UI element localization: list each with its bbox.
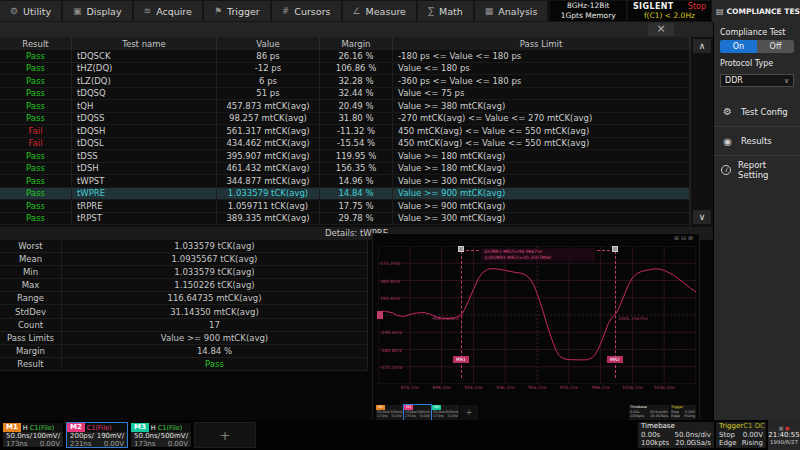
result-row-trpre[interactable]: Pass tRPRE 1.059711 tCK(avg) 17.75 % Val… xyxy=(0,200,690,213)
cell-pass-limit: 450 mtCK(avg) <= Value <= 550 mtCK(avg) xyxy=(393,138,690,150)
channel-tdiv: 200ps/ xyxy=(70,432,94,440)
trigger-box[interactable]: TriggerC1 DC Stop0.00V EdgeRising xyxy=(716,422,766,448)
result-row-twpst[interactable]: Pass tWPST 344.877 mtCK(avg) 14.96 % Val… xyxy=(0,175,690,188)
timebase-delay: 0.00s xyxy=(641,431,660,440)
voltage-label: 190.4mV xyxy=(380,295,400,300)
sidebar-menu: ⚙Test Config ◉Results iReport Setting xyxy=(714,97,800,184)
detail-row-min: Min 1.033579 tCK(avg) xyxy=(0,266,367,279)
menu-item-label: Utility xyxy=(23,6,51,17)
run-state[interactable]: Stop xyxy=(688,2,706,11)
channel-m2-descriptor[interactable]: M2C1(File) 200ps/190mV/ 231ns0.00V xyxy=(66,422,128,448)
scope-mini-statusbar: M1 50.0ns/100mV/ 173ns0.00V M2 200ps/190… xyxy=(376,405,696,420)
detail-value: 14.84 % xyxy=(62,345,367,357)
result-row-tqh[interactable]: Pass tQH 457.873 mtCK(avg) 20.49 % Value… xyxy=(0,100,690,113)
scroll-up-icon[interactable]: ∧ xyxy=(693,39,711,53)
results-rows: Pass tDQSCK 86 ps 26.16 % -180 ps <= Val… xyxy=(0,50,690,225)
menu-item-math[interactable]: ∑ Math xyxy=(418,1,473,21)
result-row-trpst[interactable]: Pass tRPST 389.335 mtCK(avg) 29.78 % Val… xyxy=(0,213,690,226)
result-row-twpre[interactable]: Pass tWPRE 1.033579 tCK(avg) 14.84 % Val… xyxy=(0,188,690,201)
menu-item-acquire[interactable]: ≋ Acquire xyxy=(134,1,202,21)
cell-result: Pass xyxy=(0,88,72,100)
panel-icon[interactable]: ⊟ xyxy=(681,234,688,241)
chevron-down-icon: ∨ xyxy=(784,77,789,85)
compliance-toggle-label: Compliance Test xyxy=(714,22,800,40)
time-label: 896.2ns xyxy=(433,385,451,390)
scroll-down-icon[interactable]: ∨ xyxy=(693,210,711,224)
clipboard-icon: ▤ xyxy=(716,7,724,16)
clock-time: 21:40:55 xyxy=(768,431,800,439)
cell-test-name: tDSH xyxy=(72,163,217,175)
cell-pass-limit: Value >= 180 mtCK(avg) xyxy=(393,150,690,162)
detail-row-margin: Margin 14.84 % xyxy=(0,345,367,358)
voltage-label: 571.2mV xyxy=(380,261,400,266)
detail-value: 17 xyxy=(62,319,367,331)
detail-value: 31.14350 mtCK(avg) xyxy=(62,305,367,317)
result-row-thz-dq-[interactable]: Pass tHZ(DQ) -12 ps 106.86 % Value <= 18… xyxy=(0,63,690,76)
sidebar-item-results[interactable]: ◉Results xyxy=(714,126,800,155)
cursor-mr2-handle[interactable] xyxy=(612,246,618,252)
trigger-title: Trigger xyxy=(719,422,743,431)
result-row-tdqsh[interactable]: Fail tDQSH 561.317 mtCK(avg) -11.32 % 45… xyxy=(0,125,690,138)
compliance-toggle[interactable]: On Off xyxy=(720,40,794,53)
cell-value: 51 ps xyxy=(217,88,320,100)
display-icon: ▣ xyxy=(73,6,82,16)
cell-margin: 26.16 % xyxy=(320,50,393,62)
detail-label: Result xyxy=(0,358,62,370)
timebase-box[interactable]: Timebase 0.00s50.0ns/div 100kpts20.0GSa/… xyxy=(638,422,714,448)
menu-item-utility[interactable]: ⚙ Utility xyxy=(0,1,61,21)
sidebar-item-report-setting[interactable]: iReport Setting xyxy=(714,155,800,184)
add-channel-button[interactable]: + xyxy=(194,422,256,448)
result-row-tdqss[interactable]: Pass tDQSS 98.257 mtCK(avg) 31.80 % -270… xyxy=(0,113,690,126)
menu-item-display[interactable]: ▣ Display xyxy=(63,1,132,21)
cell-pass-limit: -180 ps <= Value <= 180 ps xyxy=(393,50,690,62)
detail-value: 1.033579 tCK(avg) xyxy=(62,266,367,278)
channel-vdiv: 190mV/ xyxy=(97,432,124,440)
m2-position-marker xyxy=(377,311,383,319)
channel-m1-descriptor[interactable]: M1HC1(File) 50.0ns/100mV/ 173ns0.00V xyxy=(2,422,64,448)
detail-value: 1.150226 tCK(avg) xyxy=(62,279,367,291)
cell-pass-limit: Value >= 380 mtCK(avg) xyxy=(393,100,690,112)
result-row-tdsh[interactable]: Pass tDSH 461.432 mtCK(avg) 156.35 % Val… xyxy=(0,163,690,176)
channel-m1-chip: M1 xyxy=(3,423,21,432)
cell-result: Fail xyxy=(0,125,72,137)
close-icon[interactable]: ⊠ xyxy=(688,234,695,241)
result-row-tlz-dq-[interactable]: Pass tLZ(DQ) 6 ps 32.28 % -360 ps <= Val… xyxy=(0,75,690,88)
menu-item-trigger[interactable]: ⚑ Trigger xyxy=(204,1,270,21)
menu-item-label: Acquire xyxy=(156,6,192,17)
menu-item-label: Measure xyxy=(366,6,406,17)
siglent-logo: SIGLENT xyxy=(633,2,674,11)
scope-toolbar[interactable]: ⊞⊟⊠ xyxy=(674,234,695,241)
cursor-mr1-handle[interactable] xyxy=(458,246,464,252)
cell-test-name: tDQSL xyxy=(72,138,217,150)
close-icon[interactable]: × xyxy=(648,23,674,36)
toggle-on-button[interactable]: On xyxy=(720,40,757,53)
channel-vdiv: 100mV/ xyxy=(33,432,60,440)
results-icon: ◉ xyxy=(721,136,734,147)
header-result: Result xyxy=(0,37,72,50)
time-label: 1036.2ns xyxy=(654,385,675,390)
results-scrollbar[interactable]: ∧ ∨ xyxy=(690,37,713,227)
cursor-mr1-tag[interactable]: MR1 xyxy=(453,356,469,363)
mini-add-channel: + xyxy=(460,405,478,420)
menu-item-measure[interactable]: ∠ Measure xyxy=(343,1,416,21)
cell-result: Pass xyxy=(0,200,72,212)
cell-pass-limit: -360 ps <= Value <= 180 ps xyxy=(393,75,690,87)
menu-item-analysis[interactable]: ▦ Analysis xyxy=(475,1,548,21)
result-row-tdss[interactable]: Pass tDSS 395.907 mtCK(avg) 119.95 % Val… xyxy=(0,150,690,163)
toggle-off-button[interactable]: Off xyxy=(757,40,794,53)
time-label: 956.2ns xyxy=(528,385,546,390)
grid-icon[interactable]: ⊞ xyxy=(674,234,681,241)
gear-icon: ⚙ xyxy=(721,106,734,117)
cursor-mr2-tag[interactable]: MR2 xyxy=(607,356,623,363)
menu-items: ⚙ Utility ▣ Display ≋ Acquire ⚑ Trigger … xyxy=(0,0,549,22)
result-row-tdqsck[interactable]: Pass tDQSCK 86 ps 26.16 % -180 ps <= Val… xyxy=(0,50,690,63)
result-row-tdqsq[interactable]: Pass tDQSQ 51 ps 32.44 % Value <= 75 ps xyxy=(0,88,690,101)
menu-item-cursors[interactable]: # Cursors xyxy=(272,1,341,21)
channel-m3-descriptor[interactable]: M3HC1(File) 50.0ns/500mV/ 173ns0.00V xyxy=(130,422,192,448)
result-row-tdqsl[interactable]: Fail tDQSL 434.462 mtCK(avg) -15.54 % 45… xyxy=(0,138,690,151)
cell-value: -12 ps xyxy=(217,63,320,75)
protocol-select[interactable]: DDR ∨ xyxy=(720,74,794,87)
cell-test-name: tWPST xyxy=(72,175,217,187)
sidebar-item-test-config[interactable]: ⚙Test Config xyxy=(714,97,800,126)
cell-result: Fail xyxy=(0,138,72,150)
